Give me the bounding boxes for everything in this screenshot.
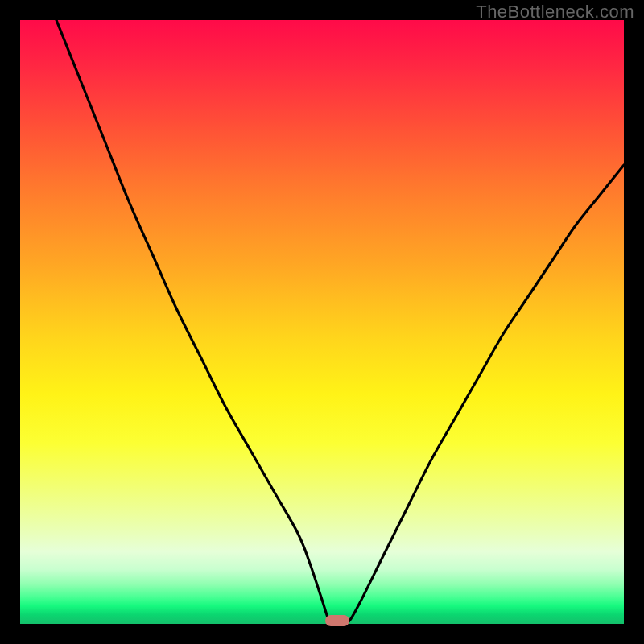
optimal-point-marker <box>325 615 349 626</box>
plot-area <box>20 20 624 624</box>
curve-svg <box>20 20 624 624</box>
watermark-text: TheBottleneck.com <box>476 2 634 23</box>
bottleneck-curve-path <box>56 20 624 625</box>
chart-frame: TheBottleneck.com <box>0 0 644 644</box>
